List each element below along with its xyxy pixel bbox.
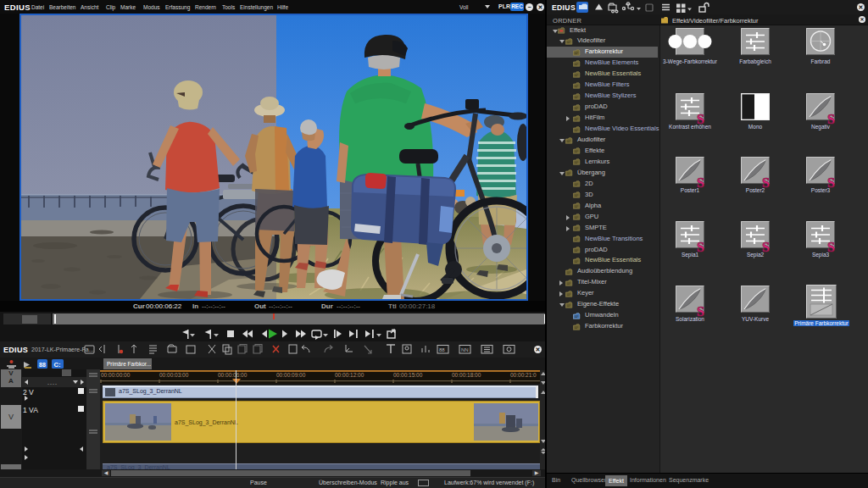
- svg-text:00:00:03:00: 00:00:03:00: [159, 372, 189, 378]
- svg-text:00:00:21:0: 00:00:21:0: [510, 372, 537, 378]
- svg-text:C:: C:: [54, 361, 61, 369]
- svg-text:00:00:09:00: 00:00:09:00: [276, 372, 306, 378]
- svg-text:88: 88: [39, 362, 46, 368]
- svg-text:00:00:00:00: 00:00:00:00: [101, 372, 131, 378]
- svg-text:00:00:18:00: 00:00:18:00: [452, 372, 481, 378]
- svg-text:00:00:12:00: 00:00:12:00: [335, 372, 364, 378]
- svg-text:00:00:06:00: 00:00:06:00: [218, 372, 248, 378]
- svg-text:88: 88: [439, 347, 445, 352]
- svg-text:00:00:15:00: 00:00:15:00: [393, 372, 423, 378]
- svg-text:NN: NN: [461, 347, 469, 352]
